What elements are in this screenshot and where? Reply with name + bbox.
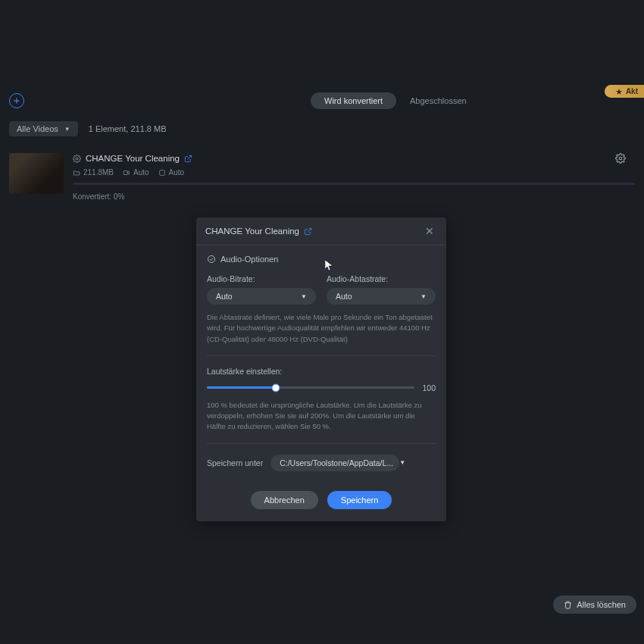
bitrate-label: Audio-Bitrate: [207,274,316,283]
clear-all-button[interactable]: Alles löschen [553,596,636,614]
activate-badge-label: Akt [626,87,638,95]
add-button[interactable] [9,93,24,108]
volume-slider[interactable] [207,386,414,389]
dialog-title: CHANGE Your Cleaning [205,227,299,236]
progress-bar [73,183,635,185]
tab-converting[interactable]: Wird konvertiert [311,92,396,109]
trash-icon [564,601,572,609]
volume-help: 100 % bedeutet die ursprüngliche Lautstä… [207,400,436,433]
chevron-down-icon: ▼ [420,293,427,300]
filter-label: Alle Videos [17,124,58,133]
external-link-icon[interactable] [304,227,312,236]
svg-rect-2 [123,170,127,174]
file-size: 211.8MB [73,168,114,177]
tab-completed[interactable]: Abgeschlossen [396,92,480,109]
conversion-item: CHANGE Your Cleaning 211.8MB Auto Auto K… [0,147,644,207]
save-button[interactable]: Speichern [327,491,392,509]
external-link-icon[interactable] [184,155,192,163]
chevron-down-icon: ▼ [301,293,307,300]
filter-info: 1 Element, 211.8 MB [89,124,167,133]
audio-format: Auto [158,168,185,177]
folder-icon [73,169,80,177]
samplerate-label: Audio-Abtastrate: [327,274,436,283]
progress-text: Konvertiert: 0% [73,192,635,201]
video-format: Auto [123,168,149,177]
check-circle-icon [207,255,216,264]
divider [207,443,436,444]
video-thumbnail[interactable] [9,153,64,194]
audio-icon [158,169,166,177]
activate-badge[interactable]: Akt [605,85,644,98]
tabs: Wird konvertiert Abgeschlossen [311,92,480,109]
section-header: Audio-Optionen [207,255,436,264]
samplerate-select[interactable]: Auto ▼ [327,288,436,305]
slider-thumb[interactable] [271,383,280,392]
video-icon [123,169,130,177]
divider [207,355,436,356]
svg-point-0 [76,158,78,160]
chevron-down-icon: ▼ [399,459,405,466]
bitrate-select[interactable]: Auto ▼ [207,288,316,305]
close-button[interactable]: ✕ [422,225,437,237]
cancel-button[interactable]: Abbrechen [251,491,318,509]
header-row: Wird konvertiert Abgeschlossen [0,88,644,114]
item-settings-button[interactable] [615,153,626,164]
volume-label: Lautstärke einstellen: [207,367,436,376]
gear-icon [73,155,81,163]
samplerate-help: Die Abtastrate definiert, wie viele Male… [207,312,436,345]
volume-max: 100 [422,383,436,392]
filter-row: Alle Videos ▼ 1 Element, 211.8 MB [0,117,644,141]
chevron-down-icon: ▼ [64,126,70,133]
save-path-select[interactable]: C:/Users/Toolstone/AppData/L... ▼ [270,455,399,471]
audio-options-dialog: CHANGE Your Cleaning ✕ Audio-Optionen Au… [196,217,446,521]
svg-point-1 [619,157,622,160]
svg-point-4 [208,256,215,263]
item-title: CHANGE Your Cleaning [86,154,180,163]
filter-dropdown[interactable]: Alle Videos ▼ [9,121,78,136]
svg-rect-3 [159,170,164,175]
save-path-label: Speichern unter [207,458,263,467]
